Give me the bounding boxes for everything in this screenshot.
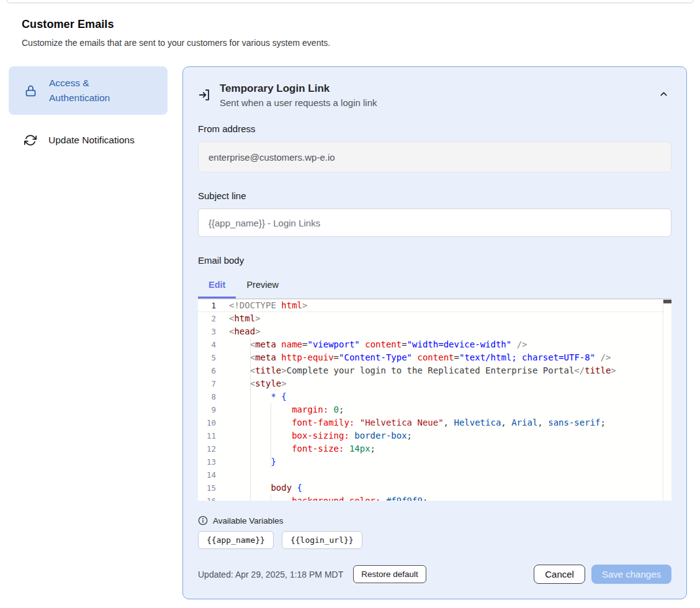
code-line: 9 margin: 0;: [198, 403, 671, 416]
code-line: 14: [198, 468, 671, 481]
subject-line-label: Subject line: [198, 190, 671, 202]
line-number: 6: [198, 364, 229, 377]
page-header: Customer Emails Customize the emails tha…: [22, 17, 678, 49]
indent-guide: [250, 338, 251, 501]
tab-edit[interactable]: Edit: [198, 274, 236, 298]
code-line: 11 box-sizing: border-box;: [198, 429, 671, 442]
content: Access & Authentication Update Notificat…: [0, 66, 700, 599]
sidebar-item-label: Update Notifications: [48, 133, 141, 148]
line-number: 4: [198, 338, 229, 351]
code-line: 8 * {: [198, 390, 671, 403]
line-number: 8: [198, 390, 229, 403]
line-number: 9: [198, 403, 229, 416]
email-body-label: Email body: [198, 254, 671, 267]
line-number: 1: [198, 299, 229, 312]
page-title: Customer Emails: [22, 17, 678, 32]
login-icon: [198, 88, 212, 102]
code-line: 5 <meta http-equiv="Content-Type" conten…: [198, 351, 671, 364]
code-line: 3<head>: [198, 325, 671, 338]
from-address-label: From address: [198, 123, 671, 135]
line-number: 7: [198, 377, 229, 390]
cancel-button[interactable]: Cancel: [534, 565, 585, 584]
save-changes-button[interactable]: Save changes: [591, 565, 671, 584]
section-subtitle: Sent when a user requests a login link: [220, 96, 656, 109]
variable-chips: {{app_name}}{{login_url}}: [198, 531, 671, 549]
code-line: 10 font-family: "Helvetica Neue", Helvet…: [198, 416, 671, 429]
tab-preview[interactable]: Preview: [236, 274, 289, 298]
available-variables-header: Available Variables: [198, 516, 671, 525]
variable-chip[interactable]: {{login_url}}: [282, 531, 362, 549]
code-lines: 1<!DOCTYPE html>2<html>3<head>4 <meta na…: [198, 299, 671, 501]
editor-scrollbar[interactable]: [663, 299, 671, 501]
lock-icon: [24, 84, 37, 97]
restore-default-button[interactable]: Restore default: [353, 565, 426, 583]
code-line: 16 background-color: #f9f9f9;: [198, 494, 671, 501]
code-line: 1<!DOCTYPE html>: [198, 299, 671, 312]
variable-chip[interactable]: {{app_name}}: [198, 531, 274, 549]
from-address-input[interactable]: [198, 141, 671, 172]
line-number: 12: [198, 442, 229, 455]
line-number: 10: [198, 416, 229, 429]
updated-timestamp: Updated: Apr 29, 2025, 1:18 PM MDT: [198, 570, 343, 579]
email-body-tabs: Edit Preview: [198, 274, 671, 298]
available-variables-label: Available Variables: [213, 516, 284, 525]
sidebar-item-update-notifications[interactable]: Update Notifications: [9, 125, 168, 155]
code-line: 7 <style>: [198, 377, 671, 390]
line-number: 14: [198, 468, 229, 481]
panel-titles: Temporary Login Link Sent when a user re…: [220, 81, 656, 109]
line-number: 3: [198, 325, 229, 338]
page-subtitle: Customize the emails that are sent to yo…: [22, 37, 678, 49]
line-number: 15: [198, 481, 229, 494]
subject-line-input[interactable]: [198, 208, 671, 237]
chevron-up-icon: [658, 89, 669, 101]
panel-header: Temporary Login Link Sent when a user re…: [198, 81, 671, 109]
code-line: 15 body {: [198, 481, 671, 494]
code-line: 13 }: [198, 455, 671, 468]
sidebar-item-label: Access & Authentication: [49, 76, 142, 105]
top-card-edge: [6, 0, 694, 3]
section-title: Temporary Login Link: [220, 81, 656, 96]
sidebar: Access & Authentication Update Notificat…: [9, 66, 168, 155]
info-icon: [198, 516, 208, 525]
code-editor[interactable]: 1<!DOCTYPE html>2<html>3<head>4 <meta na…: [198, 298, 671, 501]
refresh-icon: [24, 134, 37, 146]
email-settings-panel: Temporary Login Link Sent when a user re…: [182, 66, 687, 599]
line-number: 13: [198, 455, 229, 468]
line-number: 5: [198, 351, 229, 364]
panel-footer: Updated: Apr 29, 2025, 1:18 PM MDT Resto…: [198, 565, 671, 584]
editor-scrollbar-thumb[interactable]: [663, 300, 671, 303]
sidebar-item-access-authentication[interactable]: Access & Authentication: [9, 66, 168, 115]
indent-guide: [271, 403, 271, 468]
code-line: 6 <title>Complete your login to the Repl…: [198, 364, 671, 377]
code-line: 12 font-size: 14px;: [198, 442, 671, 455]
code-line: 4 <meta name="viewport" content="width=d…: [198, 338, 671, 351]
indent-guide: [271, 494, 271, 501]
code-line: 2<html>: [198, 312, 671, 325]
line-number: 2: [198, 312, 229, 325]
line-number: 11: [198, 429, 229, 442]
line-number: 16: [198, 494, 229, 501]
collapse-section-button[interactable]: [656, 86, 671, 104]
